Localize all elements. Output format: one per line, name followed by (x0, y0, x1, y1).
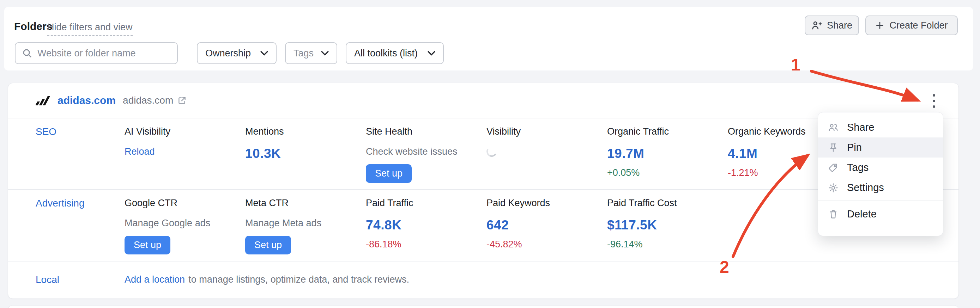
share-button-label: Share (827, 20, 852, 31)
metric-change: -86.18% (366, 239, 487, 250)
site-health-setup-button[interactable]: Set up (366, 164, 412, 183)
metric-title: Organic Traffic (607, 126, 728, 137)
toolkits-dropdown[interactable]: All toolkits (list) (346, 42, 444, 64)
page-title: Folders (14, 21, 52, 32)
filters-panel: Folders Hide filters and view Ownership … (4, 7, 973, 70)
kebab-dot (933, 100, 935, 102)
metric-title: Google CTR (124, 198, 245, 209)
metric-title: Visibility (487, 126, 607, 137)
menu-item-settings[interactable]: Settings (818, 178, 943, 198)
advertising-row-link[interactable]: Advertising (36, 198, 124, 261)
kebab-dot (933, 94, 935, 97)
metric-title: Site Health (366, 126, 487, 137)
tag-icon (828, 162, 838, 173)
menu-item-pin[interactable]: Pin (818, 137, 943, 157)
metric-note: Manage Meta ads (245, 218, 366, 229)
metric-cell-paid-traffic: Paid Traffic 74.8K -86.18% (366, 198, 487, 261)
menu-item-label: Settings (847, 182, 884, 194)
metric-value[interactable]: 642 (487, 218, 607, 233)
metric-title: Paid Keywords (487, 198, 607, 209)
seo-row: SEO AI Visibility Reload Mentions 10.3K … (8, 118, 958, 190)
search-icon (22, 48, 32, 59)
ownership-dropdown[interactable]: Ownership (197, 42, 277, 64)
folder-card-header: adidas.com adidas.com (8, 83, 958, 118)
next-folder-card-edge (8, 305, 959, 308)
external-link-icon (177, 96, 187, 105)
menu-item-label: Delete (847, 208, 877, 220)
metric-title: Meta CTR (245, 198, 366, 209)
advertising-row: Advertising Google CTR Manage Google ads… (8, 190, 958, 262)
metric-cell-paid-keywords: Paid Keywords 642 -45.82% (487, 198, 607, 261)
meta-ads-setup-button[interactable]: Set up (245, 236, 291, 254)
tags-dropdown[interactable]: Tags (285, 42, 337, 64)
pin-icon (828, 142, 838, 153)
create-folder-button-label: Create Folder (889, 20, 948, 31)
tags-dropdown-label: Tags (294, 48, 313, 59)
folder-domain-text: adidas.com (123, 95, 173, 106)
metric-cell-organic-traffic: Organic Traffic 19.7M +0.05% (607, 126, 728, 189)
kebab-dot (933, 105, 935, 108)
add-location-link[interactable]: Add a location (124, 274, 185, 285)
metric-cell-meta-ctr: Meta CTR Manage Meta ads Set up (245, 198, 366, 261)
local-row: Local Add a locationto manage listings, … (8, 262, 958, 299)
metric-value[interactable]: 19.7M (607, 146, 728, 161)
toolkits-dropdown-label: All toolkits (list) (354, 48, 418, 59)
metric-change: -96.14% (607, 239, 728, 250)
metric-cell-ai-visibility: AI Visibility Reload (124, 126, 245, 189)
folder-card-adidas: adidas.com adidas.com SEO AI Visibility … (8, 83, 959, 299)
reload-link[interactable]: Reload (124, 146, 245, 157)
search-input[interactable] (37, 48, 171, 59)
folder-name-link[interactable]: adidas.com (57, 94, 116, 106)
metric-cell-mentions: Mentions 10.3K (245, 126, 366, 189)
share-users-icon (828, 122, 838, 133)
loading-spinner-icon (485, 145, 498, 158)
create-folder-button[interactable]: Create Folder (865, 16, 958, 35)
google-ads-setup-button[interactable]: Set up (124, 236, 170, 254)
metric-value[interactable]: 10.3K (245, 146, 366, 161)
search-box[interactable] (15, 42, 178, 64)
menu-item-label: Tags (847, 162, 869, 173)
local-row-content: Add a locationto manage listings, optimi… (124, 274, 409, 299)
share-button[interactable]: Share (805, 16, 859, 35)
hide-filters-link[interactable]: Hide filters and view (47, 22, 133, 36)
local-row-text: to manage listings, optimize data, and t… (188, 274, 409, 285)
ownership-dropdown-label: Ownership (205, 48, 251, 59)
menu-item-label: Share (847, 122, 874, 133)
metric-change: +0.05% (607, 167, 728, 178)
menu-separator (818, 200, 943, 201)
chevron-down-icon (260, 51, 268, 56)
metric-title: Mentions (245, 126, 366, 137)
gear-icon (828, 183, 838, 193)
menu-item-tags[interactable]: Tags (818, 157, 943, 178)
metric-note: Manage Google ads (124, 218, 245, 229)
adidas-logo-icon (36, 95, 51, 105)
metric-title: AI Visibility (124, 126, 245, 137)
metric-cell-visibility: Visibility (487, 126, 607, 189)
folder-domain-link[interactable]: adidas.com (123, 95, 187, 106)
metric-cell-paid-traffic-cost: Paid Traffic Cost $117.5K -96.14% (607, 198, 728, 261)
seo-row-link[interactable]: SEO (36, 126, 124, 189)
chevron-down-icon (321, 51, 329, 56)
trash-icon (828, 209, 838, 219)
metric-value[interactable]: $117.5K (607, 218, 728, 233)
metric-value[interactable]: 74.8K (366, 218, 487, 233)
folder-more-actions-button[interactable] (926, 93, 942, 108)
chevron-down-icon (428, 51, 435, 56)
plus-icon (875, 21, 885, 30)
menu-item-label: Pin (847, 142, 862, 153)
metric-change: -45.82% (487, 239, 607, 250)
metric-cell-site-health: Site Health Check website issues Set up (366, 126, 487, 189)
metric-title: Paid Traffic (366, 198, 487, 209)
folder-actions-menu: Share Pin Tags Settings (818, 112, 943, 236)
menu-item-delete[interactable]: Delete (818, 204, 943, 224)
local-row-link[interactable]: Local (36, 274, 124, 299)
metric-note: Check website issues (366, 146, 487, 157)
metric-cell-google-ctr: Google CTR Manage Google ads Set up (124, 198, 245, 261)
menu-item-share[interactable]: Share (818, 117, 943, 137)
person-plus-icon (811, 20, 822, 31)
metric-title: Paid Traffic Cost (607, 198, 728, 209)
